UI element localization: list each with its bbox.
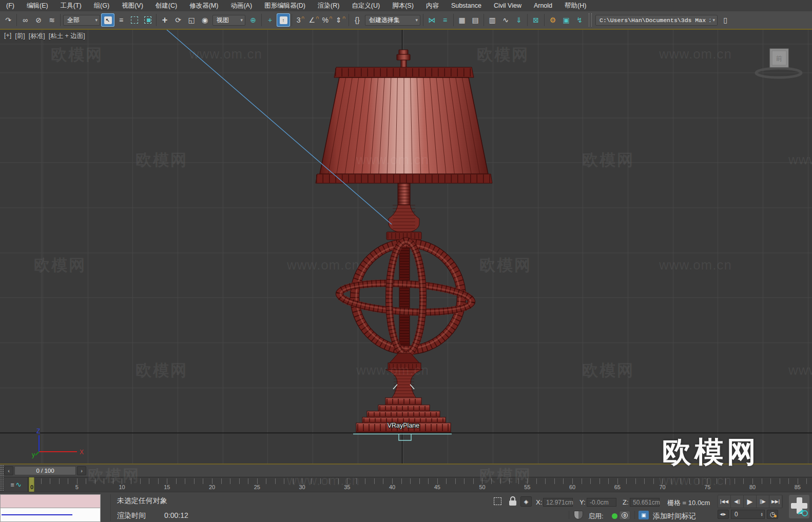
spinner-snap-icon[interactable]: ⇕∩: [334, 13, 347, 27]
render-production-icon[interactable]: ↯: [573, 13, 586, 27]
project-folder-dropdown[interactable]: C:\Users\Han\Documents\3ds Max 2022▾: [595, 15, 718, 26]
go-to-end-button[interactable]: ▶▶|: [769, 495, 782, 508]
menu-item-13[interactable]: Substance: [445, 0, 488, 11]
menu-item-2[interactable]: 工具(T): [54, 0, 88, 11]
viewport-menu-standard[interactable]: [标准]: [29, 32, 45, 41]
menu-item-5[interactable]: 创建(C): [149, 0, 183, 11]
toolbar-separator: [484, 14, 484, 26]
track-bar[interactable]: ≣ ∿ 0510152025303540455055606570758085: [0, 477, 812, 492]
workspace-icon[interactable]: ▯: [719, 13, 732, 27]
viewport-menu-plus[interactable]: [+]: [4, 32, 11, 41]
maxscript-listener-pink[interactable]: [0, 494, 101, 508]
unlink-selection-icon[interactable]: ⊘: [32, 13, 45, 27]
schematic-view-icon[interactable]: ⇓: [512, 13, 526, 27]
select-manipulate-icon[interactable]: +: [263, 13, 277, 27]
scene-explorer-icon[interactable]: ▦: [455, 13, 469, 27]
menu-item-10[interactable]: 自定义(U): [345, 0, 386, 11]
layer-explorer-icon[interactable]: ▤: [469, 13, 482, 27]
key-mode-toggle[interactable]: ◀▶: [718, 510, 729, 519]
material-editor-icon[interactable]: ⊠: [529, 13, 543, 27]
rendered-frame-icon[interactable]: ▣: [559, 13, 573, 27]
viewcube[interactable]: 前: [756, 49, 801, 78]
named-selection-set-dropdown[interactable]: 创建选择集▾: [365, 15, 420, 26]
menu-item-14[interactable]: Civil View: [488, 0, 528, 11]
use-pivot-center-icon[interactable]: ⊕: [246, 13, 260, 27]
select-rotate-icon[interactable]: ⟳: [171, 13, 185, 27]
reference-coordinate-dropdown[interactable]: 视图▾: [212, 15, 245, 26]
isolate-selection-icon[interactable]: [494, 497, 501, 505]
time-configuration-button[interactable]: ◷: [767, 510, 778, 519]
selection-lock-icon[interactable]: [508, 496, 517, 507]
ribbon-toggle-icon[interactable]: ▥: [486, 13, 499, 27]
percent-snap-icon[interactable]: %∩: [320, 13, 334, 27]
x-coord-field[interactable]: 12.971cm: [543, 498, 573, 507]
lamp-model[interactable]: [316, 50, 492, 432]
prev-frame-arrow[interactable]: ‹: [4, 466, 13, 475]
menu-item-15[interactable]: Arnold: [528, 0, 558, 11]
next-frame-arrow[interactable]: ›: [77, 466, 86, 475]
menu-item-1[interactable]: 编辑(E): [21, 0, 54, 11]
world-axis-tripod: X Z y: [32, 428, 84, 458]
menu-item-3[interactable]: 组(G): [88, 0, 116, 11]
shield-icon[interactable]: [574, 511, 583, 519]
ruler-tick-label: 45: [434, 484, 440, 490]
current-frame-field[interactable]: 0 ▲▼: [731, 510, 765, 519]
frame-spinner[interactable]: ▲▼: [761, 512, 763, 517]
select-object-icon[interactable]: ↖: [101, 13, 114, 27]
select-place-icon[interactable]: ◉: [198, 13, 211, 27]
go-to-start-button[interactable]: |◀◀: [718, 495, 731, 508]
selection-filter-dropdown[interactable]: 全部▾: [63, 15, 100, 26]
toolbar-separator: [589, 13, 592, 27]
curve-editor-icon[interactable]: ∿: [499, 13, 512, 27]
render-setup-icon[interactable]: ⚙: [546, 13, 559, 27]
select-link-icon[interactable]: ∞: [18, 13, 32, 27]
absolute-mode-icon[interactable]: ◈: [520, 496, 532, 507]
set-key-button[interactable]: [788, 494, 810, 519]
menu-item-16[interactable]: 帮助(H): [558, 0, 592, 11]
add-time-tag[interactable]: 添加时间标记: [653, 512, 696, 521]
toolbar-dock-grip[interactable]: [0, 465, 4, 492]
select-scale-icon[interactable]: ◱: [185, 13, 198, 27]
menu-item-4[interactable]: 视图(V): [115, 0, 149, 11]
next-frame-button[interactable]: ||▶: [757, 495, 769, 508]
angle-snap-icon[interactable]: ∠∩: [307, 13, 320, 27]
bind-spacewarp-icon[interactable]: ≋: [45, 13, 59, 27]
align-icon[interactable]: ≡: [438, 13, 452, 27]
select-move-icon[interactable]: +: [158, 13, 171, 27]
viewport-front[interactable]: [+] [前] [标准] [粘土 + 边面]: [0, 29, 812, 465]
viewport-menu-shading[interactable]: [粘土 + 边面]: [49, 32, 85, 41]
menu-item-8[interactable]: 图形编辑器(D): [258, 0, 312, 11]
menu-item-12[interactable]: 内容: [420, 0, 445, 11]
menu-item-11[interactable]: 脚本(S): [386, 0, 420, 11]
z-coord-label: Z:: [623, 498, 629, 506]
selection-status: 未选定任何对象: [117, 496, 167, 506]
time-slider-row: ‹ 0 / 100 ›: [0, 465, 812, 477]
play-button[interactable]: ▶: [744, 495, 757, 508]
z-coord-field[interactable]: 50.651cm: [630, 498, 660, 507]
menu-item-7[interactable]: 动画(A): [224, 0, 258, 11]
edit-named-sets-icon[interactable]: {}: [351, 13, 364, 27]
snap-toggle-3d-icon[interactable]: 3∩: [294, 13, 307, 27]
window-crossing-icon[interactable]: [141, 13, 154, 27]
menu-item-6[interactable]: 修改器(M): [183, 0, 224, 11]
status-separator: [110, 494, 111, 521]
maxscript-listener-white[interactable]: [0, 508, 101, 522]
toolbar-separator: [292, 14, 292, 26]
y-coord-field[interactable]: -0.0cm: [587, 498, 616, 507]
menu-bar: (F)编辑(E)工具(T)组(G)视图(V)创建(C)修改器(M)动画(A)图形…: [0, 0, 812, 12]
playback-controls: |◀◀◀||▶||▶▶▶|: [718, 495, 783, 508]
menu-item-9[interactable]: 渲染(R): [312, 0, 345, 11]
mirror-icon[interactable]: ⋈: [425, 13, 438, 27]
cube-toggle-button[interactable]: ▣: [639, 511, 649, 519]
keyboard-override-icon[interactable]: ↑: [277, 13, 290, 27]
time-slider[interactable]: 0 / 100: [14, 466, 76, 475]
viewport-menu-view[interactable]: [前]: [15, 32, 25, 41]
mini-curve-editor-button[interactable]: ≣ ∿: [4, 477, 28, 492]
menu-item-0[interactable]: (F): [0, 0, 21, 11]
redo-icon[interactable]: ↷: [2, 13, 15, 27]
previous-frame-button[interactable]: ◀||: [731, 495, 744, 508]
rect-selection-region-icon[interactable]: [128, 13, 141, 27]
select-by-name-icon[interactable]: ≡: [114, 13, 128, 27]
enabled-status-dot: [612, 513, 617, 519]
zero-badge-button[interactable]: 0: [619, 511, 630, 520]
